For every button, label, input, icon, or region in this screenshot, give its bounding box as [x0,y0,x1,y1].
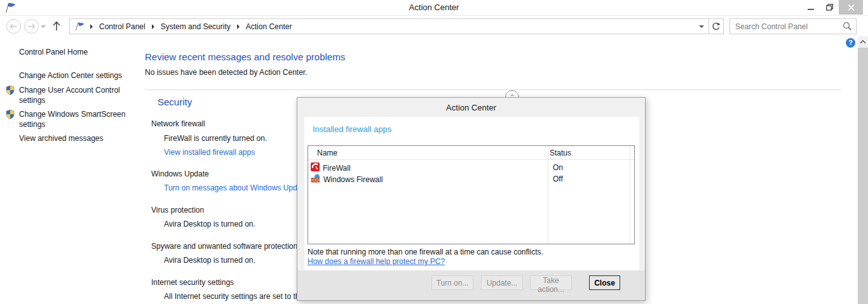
breadcrumb-flag-icon [70,22,85,32]
take-action-button: Take action... [530,275,572,290]
update-button: Update... [481,275,523,290]
chevron-up-icon [859,39,867,44]
breadcrumb-item-system-and-security[interactable]: System and Security [155,19,236,34]
navigation-bar: Control Panel System and Security Action… [0,17,868,36]
table-header-row: Name Status [308,146,634,160]
back-button[interactable] [6,19,21,34]
up-button[interactable] [50,18,64,34]
sidebar-item-control-panel-home[interactable]: Control Panel Home [19,47,132,57]
sidebar-item-change-action-center-settings[interactable]: Change Action Center settings [19,70,132,81]
window-titlebar: Action Center [0,0,868,16]
firewall-app-status: On [553,163,563,172]
network-firewall-label: Network firewall [151,119,205,128]
scrollbar-up-button[interactable] [858,36,868,47]
section-divider [145,89,841,90]
view-installed-firewall-apps-link[interactable]: View installed firewall apps [164,148,255,157]
avira-firewall-icon [311,162,320,173]
sidebar-item-change-smartscreen-settings[interactable]: Change Windows SmartScreen settings [19,109,132,129]
chevron-down-icon [699,25,704,28]
breadcrumb-separator-icon [237,24,240,29]
breadcrumb-item-action-center[interactable]: Action Center [240,19,298,34]
installed-firewall-apps-heading: Installed firewall apps [313,124,391,134]
address-bar[interactable]: Control Panel System and Security Action… [69,18,724,34]
back-arrow-icon [10,23,18,30]
scrollbar-thumb[interactable] [858,48,868,304]
search-input[interactable] [735,19,840,34]
sidebar-item-change-uac-settings[interactable]: Change User Account Control settings [19,85,132,105]
virus-protection-status-text: Avira Desktop is turned on. [164,220,255,228]
windows-update-label: Windows Update [151,169,209,178]
windows-firewall-icon [311,174,320,185]
breadcrumb-separator-icon [90,24,93,29]
security-section-title: Security [158,96,192,107]
uac-shield-icon [5,109,15,121]
page-title: Review recent messages and resolve probl… [145,51,345,62]
dialog-title: Action Center [297,103,645,112]
action-center-dialog: Action Center Installed firewall apps Na… [297,97,646,301]
internet-security-status-text: All Internet security settings are set t… [164,292,299,301]
column-separator [630,146,630,244]
firewall-conflict-note: Note that running more than one firewall… [308,248,543,256]
turn-on-windows-update-messages-link[interactable]: Turn on messages about Windows Upd [164,183,297,192]
window-title: Action Center [0,3,868,12]
search-icon[interactable] [843,22,852,33]
recent-pages-chevron-icon[interactable] [41,25,46,28]
internet-security-settings-label: Internet security settings [151,278,234,287]
spyware-protection-label: Spyware and unwanted software protection [151,242,297,251]
table-row[interactable]: FireWall On [308,162,634,173]
help-icon[interactable]: ? [846,38,855,48]
restore-button[interactable] [820,0,839,15]
forward-arrow-icon [27,23,36,30]
column-separator [548,146,548,244]
firewall-app-name: Windows Firewall [323,175,383,184]
firewall-app-name: FireWall [323,164,351,173]
address-dropdown-button[interactable] [695,19,709,34]
spyware-protection-status-text: Avira Desktop is turned on. [164,256,255,265]
forward-button[interactable] [24,19,39,34]
up-arrow-icon [52,21,61,31]
firewall-apps-table: Name Status FireWall On [308,145,635,244]
no-issues-text: No issues have been detected by Action C… [145,68,308,77]
refresh-icon [712,22,721,31]
uac-shield-icon [5,85,15,97]
breadcrumb-separator-icon [152,24,154,29]
column-header-status[interactable]: Status [550,149,571,157]
close-button[interactable] [839,0,863,15]
firewall-status-text: FireWall is currently turned on. [164,134,267,143]
sidebar-item-view-archived-messages[interactable]: View archived messages [19,133,132,143]
table-row[interactable]: Windows Firewall Off [308,173,634,185]
turn-on-button: Turn on... [431,275,473,290]
breadcrumb-item-control-panel[interactable]: Control Panel [93,19,151,34]
search-box[interactable] [729,18,857,34]
firewall-app-status: Off [553,175,563,183]
vertical-scrollbar[interactable] [858,36,868,304]
column-header-name[interactable]: Name [317,149,337,157]
minimize-button[interactable] [802,0,820,15]
dialog-button-bar: Turn on... Update... Take action... Clos… [297,270,645,300]
virus-protection-label: Virus protection [151,206,204,215]
firewall-help-link[interactable]: How does a firewall help protect my PC? [308,257,445,266]
close-dialog-button[interactable]: Close [589,275,620,290]
refresh-button[interactable] [709,19,723,34]
